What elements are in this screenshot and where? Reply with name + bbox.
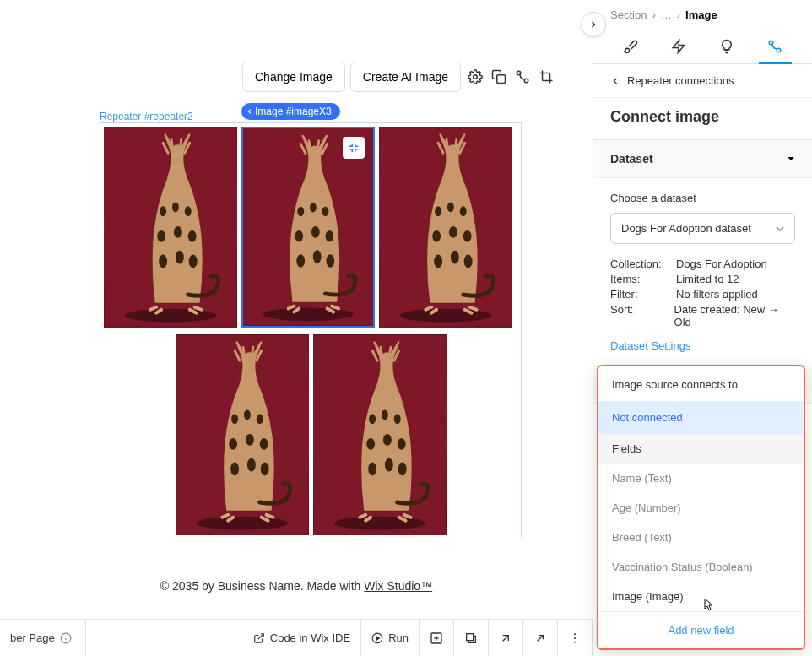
- image-row: [100, 123, 521, 331]
- meta-label: Items:: [610, 273, 676, 285]
- page-selector[interactable]: ber Page: [0, 620, 86, 656]
- page-label: ber Page: [10, 632, 55, 644]
- svg-point-20: [295, 230, 303, 242]
- tab-design[interactable]: [609, 30, 652, 63]
- dataset-settings-link[interactable]: Dataset Settings: [610, 339, 690, 352]
- svg-point-29: [447, 202, 454, 212]
- crop-icon[interactable]: [537, 68, 555, 86]
- dropdown-field-age[interactable]: Age (Number): [598, 493, 804, 523]
- expand-tool-icon[interactable]: [489, 620, 523, 656]
- image-item[interactable]: [104, 127, 237, 328]
- cat-image: [314, 335, 446, 534]
- svg-point-28: [435, 206, 441, 216]
- change-image-button[interactable]: Change Image: [242, 62, 345, 92]
- tab-interactions[interactable]: [706, 30, 749, 63]
- svg-point-36: [464, 255, 473, 268]
- svg-point-11: [188, 230, 197, 242]
- pointer-cursor-icon: [701, 598, 715, 615]
- image-toolbar: Change Image Create AI Image: [242, 62, 555, 92]
- collapse-icon[interactable]: [343, 137, 365, 159]
- connect-icon[interactable]: [513, 68, 532, 86]
- svg-point-13: [176, 251, 184, 264]
- svg-point-35: [451, 251, 459, 264]
- meta-value: Dogs For Adoption: [676, 258, 767, 270]
- breadcrumb-root[interactable]: Section: [610, 8, 647, 21]
- meta-row: Collection:Dogs For Adoption: [610, 258, 795, 270]
- wix-studio-link[interactable]: Wix Studio™: [364, 579, 432, 593]
- arrow-tool-icon[interactable]: [523, 620, 558, 656]
- tab-animation[interactable]: [657, 30, 700, 63]
- dropdown-option-not-connected[interactable]: Not connected: [598, 401, 804, 434]
- settings-icon[interactable]: [466, 68, 484, 86]
- lightbulb-icon: [719, 39, 734, 54]
- svg-marker-73: [673, 41, 685, 53]
- image-item-selected[interactable]: [241, 127, 375, 328]
- bottom-toolbar: ber Page Code in Wix IDE Run: [0, 619, 593, 656]
- meta-label: Collection:: [610, 258, 676, 270]
- add-tool-icon[interactable]: [420, 620, 454, 656]
- svg-point-16: [263, 308, 353, 322]
- dropdown-field-vaccination[interactable]: Vaccination Status (Boolean): [598, 552, 804, 582]
- svg-point-33: [463, 230, 472, 242]
- svg-line-68: [503, 635, 509, 641]
- cat-image: [105, 127, 236, 327]
- meta-row: Filter:No filters applied: [610, 288, 795, 301]
- svg-point-17: [297, 207, 304, 217]
- panel-subheader-text: Repeater connections: [627, 74, 734, 87]
- image-item[interactable]: [313, 334, 447, 535]
- svg-point-6: [160, 206, 166, 216]
- run-button[interactable]: Run: [361, 620, 420, 656]
- chevron-left-icon: [610, 76, 620, 86]
- tab-data[interactable]: [754, 30, 797, 63]
- svg-point-53: [366, 438, 375, 450]
- expand-panel-button[interactable]: [581, 12, 606, 37]
- meta-row: Items:Limited to 12: [610, 273, 795, 285]
- svg-point-43: [245, 434, 253, 446]
- dataset-select[interactable]: Dogs For Adoption dataset: [610, 213, 795, 244]
- chevron-right-icon: ›: [652, 8, 655, 21]
- svg-point-45: [230, 463, 239, 476]
- panel-back-header[interactable]: Repeater connections: [593, 64, 812, 98]
- create-ai-image-button[interactable]: Create AI Image: [350, 62, 461, 92]
- svg-point-7: [172, 202, 179, 212]
- svg-point-55: [397, 438, 405, 450]
- repeater-id-label: Repeater #repeater2: [100, 111, 193, 122]
- svg-point-9: [157, 230, 165, 242]
- more-tool-icon[interactable]: [558, 620, 593, 656]
- chevron-right-icon: ›: [677, 8, 680, 21]
- dataset-select-value: Dogs For Adoption dataset: [621, 222, 751, 235]
- svg-point-49: [333, 517, 425, 530]
- meta-value: Limited to 12: [676, 273, 739, 285]
- svg-point-56: [368, 463, 376, 476]
- image-item[interactable]: [379, 127, 512, 328]
- svg-point-24: [313, 250, 322, 263]
- breadcrumb-ellipsis[interactable]: …: [661, 8, 672, 21]
- dropdown-field-name[interactable]: Name (Text): [598, 464, 804, 493]
- svg-point-21: [311, 226, 320, 238]
- chevron-right-icon: [588, 19, 598, 30]
- svg-point-0: [474, 75, 478, 79]
- svg-point-34: [434, 255, 442, 268]
- svg-point-25: [326, 254, 334, 268]
- cat-image: [380, 127, 512, 327]
- bolt-icon: [671, 39, 686, 54]
- svg-point-14: [189, 255, 198, 268]
- run-label: Run: [388, 632, 409, 644]
- svg-point-57: [384, 458, 392, 472]
- dropdown-field-breed[interactable]: Breed (Text): [598, 523, 804, 552]
- add-new-field-link[interactable]: Add new field: [598, 611, 804, 648]
- image-id-label[interactable]: Image #imageX3: [241, 103, 340, 120]
- svg-point-31: [432, 230, 441, 242]
- layers-tool-icon[interactable]: [454, 620, 489, 656]
- svg-point-44: [259, 438, 268, 450]
- panel-tabs: [593, 28, 812, 64]
- svg-point-30: [460, 206, 467, 216]
- repeater-container[interactable]: [100, 122, 522, 539]
- breadcrumb-current: Image: [685, 8, 717, 21]
- image-item[interactable]: [176, 334, 309, 535]
- connect-data-icon: [767, 39, 782, 54]
- dataset-section-header[interactable]: Dataset: [593, 140, 812, 178]
- code-in-ide-button[interactable]: Code in Wix IDE: [243, 620, 361, 656]
- copy-icon[interactable]: [490, 68, 508, 86]
- svg-point-27: [400, 309, 492, 323]
